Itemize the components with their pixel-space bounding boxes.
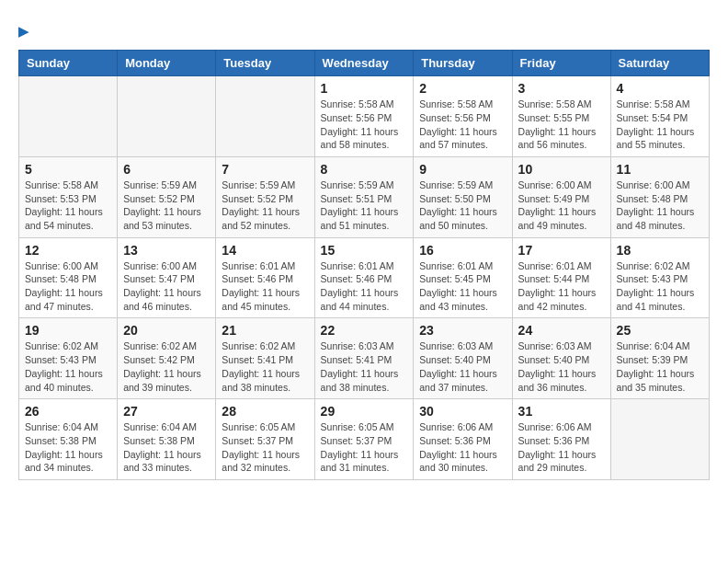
- day-number: 17: [518, 243, 605, 258]
- day-info: Sunrise: 5:59 AM Sunset: 5:52 PM Dayligh…: [123, 178, 210, 233]
- day-number: 30: [419, 404, 506, 419]
- day-number: 14: [222, 243, 308, 258]
- day-number: 5: [25, 162, 111, 177]
- day-number: 28: [222, 404, 308, 419]
- day-number: 26: [25, 404, 111, 419]
- day-number: 12: [25, 243, 111, 258]
- calendar-cell: 1Sunrise: 5:58 AM Sunset: 5:56 PM Daylig…: [314, 76, 414, 157]
- page-header: ▶: [18, 18, 710, 40]
- calendar-cell: 11Sunrise: 6:00 AM Sunset: 5:48 PM Dayli…: [610, 156, 709, 237]
- calendar-cell: 17Sunrise: 6:01 AM Sunset: 5:44 PM Dayli…: [512, 237, 610, 318]
- day-number: 2: [419, 81, 506, 96]
- weekday-header: Thursday: [414, 51, 512, 76]
- day-info: Sunrise: 5:58 AM Sunset: 5:54 PM Dayligh…: [617, 98, 703, 152]
- day-info: Sunrise: 5:59 AM Sunset: 5:51 PM Dayligh…: [321, 178, 408, 233]
- day-number: 3: [518, 81, 605, 96]
- calendar-week-row: 1Sunrise: 5:58 AM Sunset: 5:56 PM Daylig…: [19, 76, 710, 157]
- day-info: Sunrise: 6:01 AM Sunset: 5:44 PM Dayligh…: [518, 259, 605, 314]
- calendar-week-row: 19Sunrise: 6:02 AM Sunset: 5:43 PM Dayli…: [19, 318, 710, 399]
- logo-icon-shape: ▶: [18, 24, 28, 39]
- day-info: Sunrise: 6:06 AM Sunset: 5:36 PM Dayligh…: [419, 420, 506, 475]
- day-info: Sunrise: 5:58 AM Sunset: 5:55 PM Dayligh…: [518, 98, 605, 152]
- day-info: Sunrise: 6:02 AM Sunset: 5:43 PM Dayligh…: [617, 259, 703, 314]
- calendar-cell: 6Sunrise: 5:59 AM Sunset: 5:52 PM Daylig…: [118, 156, 216, 237]
- calendar-cell: 22Sunrise: 6:03 AM Sunset: 5:41 PM Dayli…: [314, 318, 414, 399]
- day-number: 8: [321, 162, 408, 177]
- calendar-cell: 3Sunrise: 5:58 AM Sunset: 5:55 PM Daylig…: [512, 76, 610, 157]
- day-info: Sunrise: 5:59 AM Sunset: 5:50 PM Dayligh…: [419, 178, 506, 233]
- day-info: Sunrise: 6:02 AM Sunset: 5:43 PM Dayligh…: [25, 339, 111, 394]
- logo: ▶: [18, 18, 28, 40]
- day-number: 10: [518, 162, 605, 177]
- day-number: 1: [321, 81, 408, 96]
- calendar-cell: 8Sunrise: 5:59 AM Sunset: 5:51 PM Daylig…: [314, 156, 414, 237]
- calendar-cell: 29Sunrise: 6:05 AM Sunset: 5:37 PM Dayli…: [314, 399, 414, 480]
- day-number: 23: [419, 323, 506, 338]
- day-info: Sunrise: 6:03 AM Sunset: 5:40 PM Dayligh…: [419, 339, 506, 394]
- day-number: 20: [123, 323, 210, 338]
- day-number: 7: [222, 162, 308, 177]
- day-number: 19: [25, 323, 111, 338]
- calendar-cell: 15Sunrise: 6:01 AM Sunset: 5:46 PM Dayli…: [314, 237, 414, 318]
- day-info: Sunrise: 6:02 AM Sunset: 5:42 PM Dayligh…: [123, 339, 210, 394]
- day-number: 29: [321, 404, 408, 419]
- day-number: 15: [321, 243, 408, 258]
- calendar-cell: 9Sunrise: 5:59 AM Sunset: 5:50 PM Daylig…: [414, 156, 512, 237]
- calendar-body: 1Sunrise: 5:58 AM Sunset: 5:56 PM Daylig…: [19, 76, 710, 480]
- calendar-cell: [610, 399, 709, 480]
- calendar-cell: [118, 76, 216, 157]
- calendar-cell: [19, 76, 118, 157]
- day-info: Sunrise: 5:59 AM Sunset: 5:52 PM Dayligh…: [222, 178, 308, 233]
- calendar-cell: 5Sunrise: 5:58 AM Sunset: 5:53 PM Daylig…: [19, 156, 118, 237]
- weekday-header: Monday: [118, 51, 216, 76]
- calendar-cell: 23Sunrise: 6:03 AM Sunset: 5:40 PM Dayli…: [414, 318, 512, 399]
- day-number: 25: [617, 323, 703, 338]
- day-number: 21: [222, 323, 308, 338]
- calendar-cell: 13Sunrise: 6:00 AM Sunset: 5:47 PM Dayli…: [118, 237, 216, 318]
- day-info: Sunrise: 6:00 AM Sunset: 5:49 PM Dayligh…: [518, 178, 605, 233]
- calendar-cell: 7Sunrise: 5:59 AM Sunset: 5:52 PM Daylig…: [216, 156, 314, 237]
- calendar-week-row: 26Sunrise: 6:04 AM Sunset: 5:38 PM Dayli…: [19, 399, 710, 480]
- calendar-cell: 18Sunrise: 6:02 AM Sunset: 5:43 PM Dayli…: [610, 237, 709, 318]
- weekday-header: Saturday: [610, 51, 709, 76]
- day-info: Sunrise: 6:01 AM Sunset: 5:46 PM Dayligh…: [222, 259, 308, 314]
- calendar-cell: 24Sunrise: 6:03 AM Sunset: 5:40 PM Dayli…: [512, 318, 610, 399]
- weekday-header: Sunday: [19, 51, 118, 76]
- day-number: 31: [518, 404, 605, 419]
- day-info: Sunrise: 6:04 AM Sunset: 5:38 PM Dayligh…: [25, 420, 111, 475]
- calendar-cell: 20Sunrise: 6:02 AM Sunset: 5:42 PM Dayli…: [118, 318, 216, 399]
- calendar-week-row: 12Sunrise: 6:00 AM Sunset: 5:48 PM Dayli…: [19, 237, 710, 318]
- calendar-cell: 12Sunrise: 6:00 AM Sunset: 5:48 PM Dayli…: [19, 237, 118, 318]
- day-number: 11: [617, 162, 703, 177]
- calendar-cell: 30Sunrise: 6:06 AM Sunset: 5:36 PM Dayli…: [414, 399, 512, 480]
- day-info: Sunrise: 6:05 AM Sunset: 5:37 PM Dayligh…: [321, 420, 408, 475]
- calendar-cell: 27Sunrise: 6:04 AM Sunset: 5:38 PM Dayli…: [118, 399, 216, 480]
- calendar-cell: 31Sunrise: 6:06 AM Sunset: 5:36 PM Dayli…: [512, 399, 610, 480]
- calendar-header-row: SundayMondayTuesdayWednesdayThursdayFrid…: [19, 51, 710, 76]
- weekday-header: Friday: [512, 51, 610, 76]
- day-info: Sunrise: 5:58 AM Sunset: 5:56 PM Dayligh…: [321, 98, 408, 152]
- calendar-cell: 14Sunrise: 6:01 AM Sunset: 5:46 PM Dayli…: [216, 237, 314, 318]
- day-number: 24: [518, 323, 605, 338]
- calendar-cell: 25Sunrise: 6:04 AM Sunset: 5:39 PM Dayli…: [610, 318, 709, 399]
- day-info: Sunrise: 6:01 AM Sunset: 5:46 PM Dayligh…: [321, 259, 408, 314]
- day-number: 9: [419, 162, 506, 177]
- calendar-week-row: 5Sunrise: 5:58 AM Sunset: 5:53 PM Daylig…: [19, 156, 710, 237]
- calendar-cell: 16Sunrise: 6:01 AM Sunset: 5:45 PM Dayli…: [414, 237, 512, 318]
- day-info: Sunrise: 6:02 AM Sunset: 5:41 PM Dayligh…: [222, 339, 308, 394]
- day-info: Sunrise: 6:04 AM Sunset: 5:38 PM Dayligh…: [123, 420, 210, 475]
- calendar-cell: 4Sunrise: 5:58 AM Sunset: 5:54 PM Daylig…: [610, 76, 709, 157]
- calendar-cell: 21Sunrise: 6:02 AM Sunset: 5:41 PM Dayli…: [216, 318, 314, 399]
- calendar-cell: 2Sunrise: 5:58 AM Sunset: 5:56 PM Daylig…: [414, 76, 512, 157]
- day-info: Sunrise: 6:00 AM Sunset: 5:47 PM Dayligh…: [123, 259, 210, 314]
- day-info: Sunrise: 5:58 AM Sunset: 5:56 PM Dayligh…: [419, 98, 506, 152]
- day-info: Sunrise: 6:00 AM Sunset: 5:48 PM Dayligh…: [25, 259, 111, 314]
- day-info: Sunrise: 6:06 AM Sunset: 5:36 PM Dayligh…: [518, 420, 605, 475]
- weekday-header: Tuesday: [216, 51, 314, 76]
- day-info: Sunrise: 6:04 AM Sunset: 5:39 PM Dayligh…: [617, 339, 703, 394]
- day-number: 18: [617, 243, 703, 258]
- day-number: 27: [123, 404, 210, 419]
- day-number: 16: [419, 243, 506, 258]
- day-number: 4: [617, 81, 703, 96]
- calendar-cell: 19Sunrise: 6:02 AM Sunset: 5:43 PM Dayli…: [19, 318, 118, 399]
